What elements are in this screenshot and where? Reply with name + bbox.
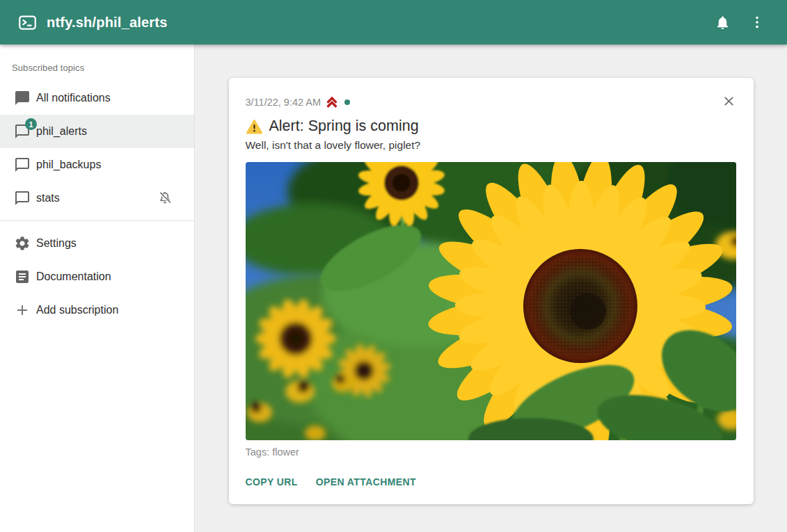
vertical-dots-icon: [749, 15, 765, 30]
warning-emoji-icon: [246, 119, 263, 135]
sidebar-item-label: phil_alerts: [36, 123, 87, 140]
sidebar: Subscribed topics All notifications 1 ph…: [0, 45, 195, 532]
appbar: ntfy.sh/phil_alerts: [0, 0, 787, 45]
overflow-menu-button[interactable]: [742, 8, 772, 37]
sidebar-item-all-notifications[interactable]: All notifications: [0, 81, 194, 115]
close-notification-button[interactable]: [719, 90, 740, 111]
copy-url-button[interactable]: COPY URL: [246, 472, 298, 492]
notification-title-row: Alert: Spring is coming: [246, 118, 737, 135]
sidebar-item-label: phil_backups: [36, 156, 101, 173]
sidebar-item-add-subscription[interactable]: Add subscription: [0, 293, 194, 327]
sidebar-item-phil-backups[interactable]: phil_backups: [0, 148, 194, 182]
sidebar-item-label: All notifications: [36, 90, 111, 106]
attachment-image-sunflowers[interactable]: [246, 162, 736, 440]
article-icon: [14, 268, 31, 285]
sidebar-item-label: Documentation: [36, 268, 111, 285]
notifications-muted-icon: [157, 190, 173, 207]
notification-actions: COPY URL OPEN ATTACHMENT: [246, 472, 737, 492]
plus-icon: [14, 302, 31, 319]
sidebar-item-label: Add subscription: [36, 302, 118, 319]
close-icon: [722, 94, 736, 108]
notification-timestamp: 3/11/22, 9:42 AM: [246, 97, 321, 108]
notification-title: Alert: Spring is coming: [269, 118, 419, 135]
sidebar-item-label: stats: [36, 190, 60, 207]
bell-icon: [715, 15, 731, 31]
chat-bubble-outline-icon: 1: [14, 123, 31, 140]
notification-tags: Tags: flower: [246, 446, 737, 458]
unread-dot: [344, 99, 350, 105]
notification-body: Well, isn't that a lovely flower, piglet…: [246, 139, 737, 152]
chat-bubble-filled-icon: [14, 90, 31, 106]
open-attachment-button[interactable]: OPEN ATTACHMENT: [316, 472, 416, 492]
main-content: 3/11/22, 9:42 AM: [195, 45, 787, 532]
gear-icon: [14, 235, 31, 252]
chat-bubble-outline-icon: [14, 156, 31, 173]
sidebar-item-settings[interactable]: Settings: [0, 227, 194, 260]
priority-high-icon: [324, 95, 340, 110]
sidebar-item-documentation[interactable]: Documentation: [0, 260, 194, 293]
notification-header: 3/11/22, 9:42 AM: [246, 93, 737, 111]
unread-count-badge: 1: [25, 118, 37, 130]
page-title: ntfy.sh/phil_alerts: [47, 15, 167, 31]
chat-bubble-outline-icon: [14, 190, 31, 207]
subscribed-topics-caption: Subscribed topics: [12, 63, 194, 73]
notifications-button[interactable]: [708, 8, 737, 37]
sidebar-item-label: Settings: [36, 235, 77, 252]
ntfy-terminal-logo-icon: [18, 13, 37, 32]
sidebar-item-phil-alerts[interactable]: 1 phil_alerts: [0, 115, 194, 148]
sidebar-item-stats[interactable]: stats: [0, 182, 194, 215]
notification-card: 3/11/22, 9:42 AM: [229, 78, 754, 504]
sidebar-divider: [0, 220, 194, 221]
